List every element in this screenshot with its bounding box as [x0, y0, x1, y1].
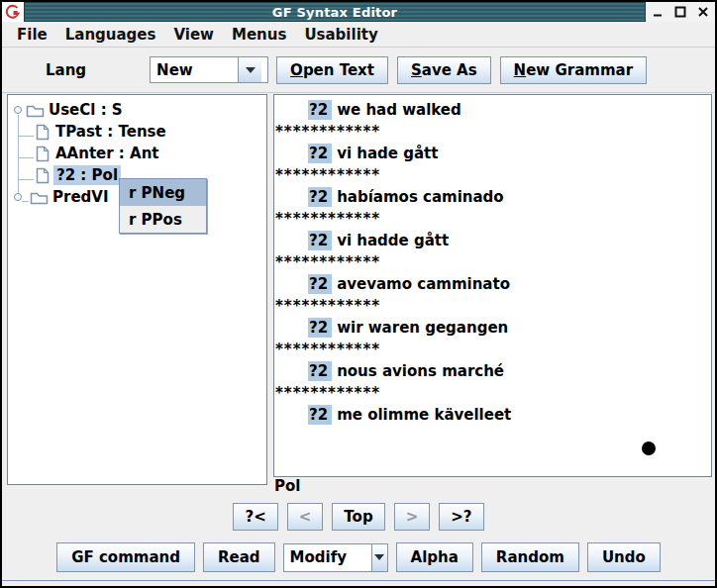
syntax-tree-panel[interactable]: UseCl : S TPast : Tense AAnter : Ant: [7, 94, 267, 485]
separator-line: ************: [274, 251, 711, 273]
document-icon: [36, 167, 50, 184]
titlebar: GF Syntax Editor: [2, 2, 715, 22]
save-as-mnemonic: S: [411, 61, 422, 79]
new-grammar-mnemonic: N: [514, 61, 527, 79]
document-icon: [36, 146, 50, 162]
focus-token[interactable]: ?2: [308, 144, 332, 163]
lang-combobox[interactable]: New: [150, 56, 268, 83]
focus-token[interactable]: ?2: [308, 100, 332, 120]
read-button[interactable]: Read: [203, 542, 275, 572]
gf-logo-icon: [2, 2, 24, 22]
linearization-line-fre: ?2nous avions marché: [274, 360, 711, 382]
bottom-divider: [2, 580, 715, 581]
linearization-line-eng: ?2we had walked: [274, 99, 711, 121]
black-dot-marker: [642, 441, 656, 455]
tree-collapse-handle-icon[interactable]: [14, 193, 22, 201]
linearization-line-ita: ?2avevamo camminato: [274, 273, 711, 295]
bottom-toolbar: GF command Read Modify Alpha Random Undo: [2, 542, 715, 572]
open-text-mnemonic: O: [290, 61, 303, 79]
minimize-button[interactable]: [652, 6, 664, 18]
linearization-line-swe: ?2vi hade gått: [274, 143, 711, 164]
folder-icon: [30, 190, 49, 205]
top-toolbar: Lang New Open Text Save As New Grammar: [2, 48, 715, 93]
maximize-button[interactable]: [674, 6, 686, 18]
tree-node-label: PredVI: [52, 188, 109, 206]
app-window: GF Syntax Editor File Languages View Men…: [0, 0, 717, 588]
alpha-button[interactable]: Alpha: [396, 542, 473, 572]
tree-node-usecl[interactable]: UseCl : S: [8, 99, 266, 121]
linearization-text: avevamo camminato: [337, 275, 510, 293]
new-grammar-label: ew Grammar: [526, 61, 633, 79]
popup-item-ppos[interactable]: r PPos: [120, 206, 206, 233]
window-title: GF Syntax Editor: [272, 5, 397, 20]
next-unfilled-button[interactable]: >?: [439, 503, 483, 531]
folder-icon: [26, 103, 45, 118]
menu-menus[interactable]: Menus: [223, 24, 295, 46]
focus-token[interactable]: ?2: [308, 274, 332, 294]
prev-unfilled-button[interactable]: ?<: [233, 503, 277, 531]
menu-usability[interactable]: Usability: [295, 24, 386, 46]
chevron-down-icon[interactable]: [371, 544, 387, 571]
linearization-line-spa: ?2habíamos caminado: [274, 186, 711, 208]
menu-languages[interactable]: Languages: [56, 24, 165, 46]
lang-label: Lang: [46, 61, 86, 79]
separator-line: ************: [274, 295, 711, 317]
linearization-panel[interactable]: ?2we had walked ************ ?2vi hade g…: [273, 94, 712, 477]
focus-type-label: Pol: [274, 477, 300, 495]
linearization-text: vi hade gått: [337, 145, 438, 162]
main-content: UseCl : S TPast : Tense AAnter : Ant: [2, 93, 715, 586]
menu-file[interactable]: File: [8, 24, 56, 46]
undo-button[interactable]: Undo: [587, 542, 661, 572]
titlebar-drag-area[interactable]: GF Syntax Editor: [24, 2, 646, 22]
separator-line: ************: [274, 208, 711, 230]
save-as-label: ave As: [422, 61, 477, 79]
save-as-button[interactable]: Save As: [397, 56, 491, 84]
close-button[interactable]: [697, 6, 709, 18]
popup-item-pneg[interactable]: r PNeg: [120, 179, 206, 206]
tree-node-label: AAnter : Ant: [55, 145, 159, 162]
menubar: File Languages View Menus Usability: [2, 22, 715, 48]
menu-view[interactable]: View: [164, 24, 223, 46]
focus-token[interactable]: ?2: [308, 361, 332, 381]
new-grammar-button[interactable]: New Grammar: [500, 56, 647, 84]
linearization-line-fin: ?2me olimme kävelleet: [274, 404, 711, 426]
linearization-text: vi hadde gått: [337, 232, 449, 249]
lang-combobox-value: New: [151, 57, 238, 82]
window-controls: [646, 2, 715, 22]
random-button[interactable]: Random: [481, 542, 579, 572]
linearization-text: habíamos caminado: [337, 188, 504, 206]
linearization-text: we had walked: [337, 101, 461, 119]
separator-line: ************: [274, 121, 711, 143]
refinement-popup-menu: r PNeg r PPos: [119, 178, 207, 234]
focus-token[interactable]: ?2: [308, 187, 332, 207]
chevron-down-icon[interactable]: [238, 57, 261, 82]
document-icon: [36, 124, 50, 141]
focus-token[interactable]: ?2: [308, 318, 332, 338]
tree-node-label-selected: ?2 : Pol: [53, 165, 121, 185]
focus-token[interactable]: ?2: [308, 405, 332, 425]
top-button[interactable]: Top: [332, 503, 384, 531]
tree-node-label: UseCl : S: [49, 101, 123, 119]
gf-command-button[interactable]: GF command: [56, 542, 195, 572]
linearization-text: nous avions marché: [337, 362, 504, 380]
separator-line: ************: [274, 339, 711, 360]
tree-node-label: TPast : Tense: [55, 123, 166, 141]
open-text-button[interactable]: Open Text: [276, 56, 388, 84]
open-text-label: pen Text: [303, 61, 374, 79]
linearization-text: me olimme kävelleet: [337, 406, 511, 424]
focus-token[interactable]: ?2: [308, 231, 332, 250]
linearization-text: wir waren gegangen: [337, 319, 508, 337]
linearization-line-ger: ?2wir waren gegangen: [274, 317, 711, 339]
next-button[interactable]: >: [394, 503, 431, 531]
modify-combobox[interactable]: Modify: [283, 543, 388, 572]
separator-line: ************: [274, 382, 711, 404]
tree-node-tpast[interactable]: TPast : Tense: [8, 121, 266, 143]
tree-expand-handle-icon[interactable]: [14, 106, 22, 114]
modify-combobox-value: Modify: [284, 544, 371, 571]
separator-line: ************: [274, 164, 711, 186]
prev-button[interactable]: <: [287, 503, 324, 531]
navigation-row: ?< < Top > >?: [2, 503, 715, 531]
linearization-line-nor: ?2vi hadde gått: [274, 230, 711, 251]
tree-node-aanter[interactable]: AAnter : Ant: [8, 143, 266, 164]
